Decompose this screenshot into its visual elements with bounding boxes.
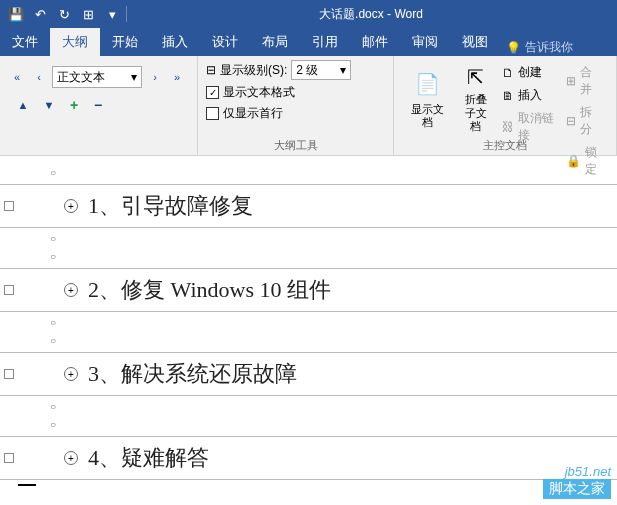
body-bullet: ○ xyxy=(50,416,617,434)
outline-heading-row[interactable]: + 1、引导故障修复 xyxy=(0,184,617,228)
body-bullet: ○ xyxy=(50,314,617,332)
chevron-down-icon: ▾ xyxy=(340,63,346,77)
separator xyxy=(126,6,127,22)
move-down-button[interactable]: ▼ xyxy=(40,96,58,114)
body-bullet: ○ xyxy=(50,398,617,416)
tab-mail[interactable]: 邮件 xyxy=(350,28,400,56)
ribbon: « ‹ 正文文本 ▾ › » ▲ ▼ + − ⊟ 显示级别(S): 2 级 ▾ xyxy=(0,56,617,156)
tell-me-search[interactable]: 💡 告诉我你 xyxy=(500,39,579,56)
show-document-button[interactable]: 📄 显示文档 xyxy=(402,60,454,137)
demote-to-body-button[interactable]: » xyxy=(168,68,186,86)
touch-mode-button[interactable]: ⊞ xyxy=(76,2,100,26)
tab-layout[interactable]: 布局 xyxy=(250,28,300,56)
tab-view[interactable]: 视图 xyxy=(450,28,500,56)
ribbon-tabs: 文件 大纲 开始 插入 设计 布局 引用 邮件 审阅 视图 💡 告诉我你 xyxy=(0,28,617,56)
tab-file[interactable]: 文件 xyxy=(0,28,50,56)
redo-button[interactable]: ↻ xyxy=(52,2,76,26)
heading-text[interactable]: 1、引导故障修复 xyxy=(88,191,253,221)
expand-button[interactable]: + xyxy=(66,97,82,113)
window-title: 大话题.docx - Word xyxy=(129,6,613,23)
collapse-subdoc-button[interactable]: ⇱ 折叠 子文档 xyxy=(454,60,498,137)
tab-design[interactable]: 设计 xyxy=(200,28,250,56)
outline-heading-row[interactable]: + 3、解决系统还原故障 xyxy=(0,352,617,396)
chevron-down-icon: ▾ xyxy=(131,70,137,84)
body-bullet: ○ xyxy=(50,230,617,248)
expand-toggle-icon[interactable]: + xyxy=(64,283,78,297)
create-label: 创建 xyxy=(518,64,542,81)
undo-button[interactable]: ↶ xyxy=(28,2,52,26)
title-bar: 💾 ↶ ↻ ⊞ ▾ 大话题.docx - Word xyxy=(0,0,617,28)
outline-heading-row[interactable]: + 2、修复 Windows 10 组件 xyxy=(0,268,617,312)
master-doc-group: 📄 显示文档 ⇱ 折叠 子文档 🗋 创建 🗎 插入 ⛓ 取消链接 ⊞ 合 xyxy=(394,56,617,155)
insert-label: 插入 xyxy=(518,87,542,104)
outline-level-group: « ‹ 正文文本 ▾ › » ▲ ▼ + − xyxy=(0,56,198,155)
row-handle-icon[interactable] xyxy=(4,201,14,211)
row-handle-icon[interactable] xyxy=(4,285,14,295)
master-doc-label: 主控文档 xyxy=(394,138,616,153)
lightbulb-icon: 💡 xyxy=(506,41,521,55)
merge-button[interactable]: ⊞ 合并 xyxy=(562,62,608,100)
outline-heading-row[interactable]: + 4、疑难解答 xyxy=(0,436,617,480)
expand-toggle-icon[interactable]: + xyxy=(64,451,78,465)
show-level-icon: ⊟ xyxy=(206,63,216,77)
split-button[interactable]: ⊟ 拆分 xyxy=(562,102,608,140)
tab-outline[interactable]: 大纲 xyxy=(50,28,100,56)
merge-icon: ⊞ xyxy=(566,74,576,88)
watermark-url: jb51.net xyxy=(543,464,611,479)
promote-button[interactable]: ‹ xyxy=(30,68,48,86)
show-level-label: 显示级别(S): xyxy=(220,62,287,79)
qat-dropdown[interactable]: ▾ xyxy=(100,2,124,26)
save-button[interactable]: 💾 xyxy=(4,2,28,26)
first-line-label: 仅显示首行 xyxy=(223,105,283,122)
watermark-text: 脚本之家 xyxy=(543,479,611,499)
move-up-button[interactable]: ▲ xyxy=(14,96,32,114)
promote-to-top-button[interactable]: « xyxy=(8,68,26,86)
show-format-checkbox[interactable]: ✓ xyxy=(206,86,219,99)
merge-label: 合并 xyxy=(580,64,604,98)
tab-home[interactable]: 开始 xyxy=(100,28,150,56)
expand-toggle-icon[interactable]: + xyxy=(64,199,78,213)
show-document-label: 显示文档 xyxy=(408,103,448,129)
heading-text[interactable]: 4、疑难解答 xyxy=(88,443,209,473)
tell-me-label: 告诉我你 xyxy=(525,39,573,56)
body-bullet: ○ xyxy=(50,248,617,266)
body-bullet: ○ xyxy=(50,332,617,350)
row-handle-icon[interactable] xyxy=(4,369,14,379)
body-bullet: ○ xyxy=(50,164,617,182)
show-level-value: 2 级 xyxy=(296,62,318,79)
row-handle-icon[interactable] xyxy=(4,453,14,463)
watermark: jb51.net 脚本之家 xyxy=(543,464,611,499)
tab-review[interactable]: 审阅 xyxy=(400,28,450,56)
insert-subdoc-button[interactable]: 🗎 插入 xyxy=(498,85,563,106)
outline-level-select[interactable]: 正文文本 ▾ xyxy=(52,66,142,88)
lock-icon: 🔒 xyxy=(566,154,581,168)
expand-toggle-icon[interactable]: + xyxy=(64,367,78,381)
document-icon: 📄 xyxy=(412,68,444,100)
outline-level-value: 正文文本 xyxy=(57,69,105,86)
heading-text[interactable]: 2、修复 Windows 10 组件 xyxy=(88,275,331,305)
outline-tools-label: 大纲工具 xyxy=(198,138,393,153)
unlink-icon: ⛓ xyxy=(502,120,514,134)
split-icon: ⊟ xyxy=(566,114,576,128)
first-line-checkbox[interactable] xyxy=(206,107,219,120)
collapse-icon: ⇱ xyxy=(460,64,492,90)
document-area[interactable]: ○ + 1、引导故障修复 ○ ○ + 2、修复 Windows 10 组件 ○ … xyxy=(0,156,617,486)
tab-insert[interactable]: 插入 xyxy=(150,28,200,56)
create-icon: 🗋 xyxy=(502,66,514,80)
heading-text[interactable]: 3、解决系统还原故障 xyxy=(88,359,297,389)
insert-icon: 🗎 xyxy=(502,89,514,103)
outline-tools-group: ⊟ 显示级别(S): 2 级 ▾ ✓ 显示文本格式 仅显示首行 大纲工具 xyxy=(198,56,394,155)
collapse-button[interactable]: − xyxy=(90,97,106,113)
text-cursor xyxy=(18,484,36,486)
split-label: 拆分 xyxy=(580,104,604,138)
show-format-label: 显示文本格式 xyxy=(223,84,295,101)
demote-button[interactable]: › xyxy=(146,68,164,86)
tab-references[interactable]: 引用 xyxy=(300,28,350,56)
collapse-subdoc-label: 折叠 子文档 xyxy=(460,93,492,133)
show-level-select[interactable]: 2 级 ▾ xyxy=(291,60,351,80)
create-subdoc-button[interactable]: 🗋 创建 xyxy=(498,62,563,83)
